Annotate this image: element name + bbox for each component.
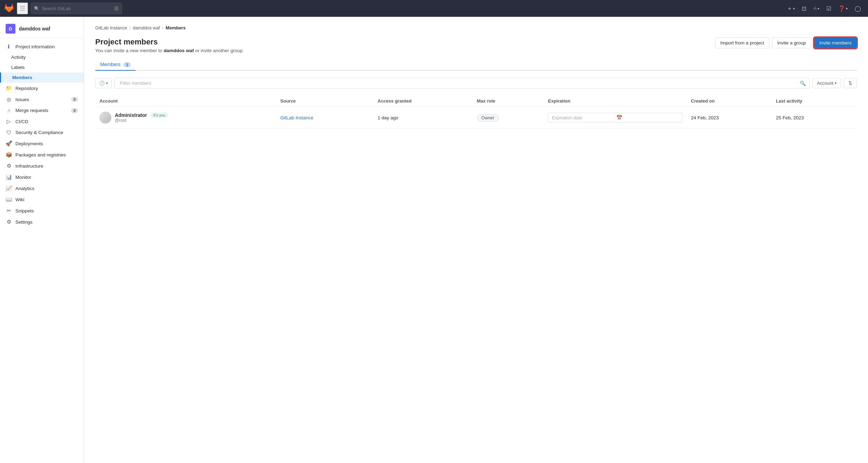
sort-order-button[interactable]: ⇅	[844, 78, 857, 88]
subtitle-after: or invite another group.	[194, 48, 244, 53]
col-account: Account	[95, 96, 276, 107]
sidebar-label-monitor: Monitor	[15, 175, 31, 180]
filter-search-icon: 🔍	[800, 80, 806, 86]
user-avatar-button[interactable]: ◯	[852, 4, 864, 13]
member-name-row: Administrator It's you	[115, 112, 168, 118]
sort-button[interactable]: Account ▾	[812, 78, 841, 88]
sidebar-item-activity[interactable]: Activity	[0, 52, 84, 62]
filter-search-wrap: 🔍	[114, 78, 810, 89]
sidebar-label-infrastructure: Infrastructure	[15, 163, 43, 169]
info-icon: ℹ	[6, 43, 12, 50]
filter-row: 🕐 ▾ 🔍 Account ▾ ⇅	[95, 78, 857, 89]
invite-group-button[interactable]: Invite a group	[772, 37, 811, 48]
filter-history-button[interactable]: 🕐 ▾	[95, 78, 112, 88]
infrastructure-icon: ⚙	[6, 163, 12, 169]
breadcrumb-sep-2: ›	[162, 25, 164, 30]
header-actions: Import from a project Invite a group Inv…	[715, 37, 857, 48]
sidebar-item-snippets[interactable]: ✂ Snippets	[0, 205, 84, 216]
its-you-badge: It's you	[151, 112, 168, 118]
merge-requests-badge: 0	[71, 108, 78, 113]
search-input[interactable]	[42, 6, 112, 11]
sidebar-item-merge-requests[interactable]: ⑃ Merge requests 0	[0, 105, 84, 116]
sidebar-item-analytics[interactable]: 📈 Analytics	[0, 183, 84, 194]
col-max-role: Max role	[473, 96, 544, 107]
page-subtitle: You can invite a new member to damddos w…	[95, 48, 244, 53]
search-icon: 🔍	[34, 6, 40, 11]
member-username: @root	[115, 118, 168, 123]
merge-requests-button[interactable]: ⑃ ▾	[811, 4, 822, 13]
sidebar-item-settings[interactable]: ⚙ Settings	[0, 216, 84, 227]
monitor-icon: 📊	[6, 174, 12, 180]
filter-members-input[interactable]	[118, 78, 800, 88]
breadcrumb-project[interactable]: damddos waf	[133, 25, 160, 30]
expiration-date-input[interactable]: Expiration date 📅	[548, 113, 682, 122]
project-name: damddos waf	[19, 26, 50, 31]
sidebar-label-labels: Labels	[11, 65, 25, 70]
col-created-on: Created on	[687, 96, 772, 107]
sidebar-item-deployments[interactable]: 🚀 Deployments	[0, 138, 84, 149]
main-content: GitLab Instance › damddos waf › Members …	[84, 17, 868, 463]
breadcrumb-current: Members	[166, 25, 186, 30]
sidebar-item-infrastructure[interactable]: ⚙ Infrastructure	[0, 160, 84, 171]
members-table: Account Source Access granted Max role E…	[95, 96, 857, 129]
tab-members[interactable]: Members 1	[95, 59, 136, 71]
sidebar-item-wiki[interactable]: 📖 Wiki	[0, 194, 84, 205]
page-header: Project members You can invite a new mem…	[95, 37, 857, 53]
avatar-img	[99, 112, 111, 124]
table-row: Administrator It's you @root GitLab Inst…	[95, 107, 857, 129]
sidebar-item-security-compliance[interactable]: 🛡 Security & Compliance	[0, 127, 84, 138]
sidebar: D damddos waf ℹ Project information Acti…	[0, 17, 84, 463]
sidebar-item-project-information[interactable]: ℹ Project information	[0, 41, 84, 52]
sidebar-label-wiki: Wiki	[15, 197, 25, 202]
sidebar-item-packages-registries[interactable]: 📦 Packages and registries	[0, 149, 84, 160]
history-caret: ▾	[106, 81, 108, 85]
hamburger-button[interactable]: ☰	[17, 2, 28, 14]
subtitle-before: You can invite a new member to	[95, 48, 164, 53]
sidebar-label-issues: Issues	[15, 97, 29, 102]
sidebar-item-monitor[interactable]: 📊 Monitor	[0, 171, 84, 183]
cell-max-role: Owner	[473, 107, 544, 129]
issues-icon: ◎	[6, 96, 12, 103]
col-access-granted: Access granted	[374, 96, 473, 107]
snippets-icon: ✂	[6, 208, 12, 214]
security-icon: 🛡	[6, 129, 12, 135]
profile-square-button[interactable]: ⊡	[799, 4, 809, 13]
plus-button[interactable]: ＋ ▾	[784, 3, 798, 14]
member-info: Administrator It's you @root	[99, 112, 272, 124]
analytics-icon: 📈	[6, 185, 12, 191]
table-body: Administrator It's you @root GitLab Inst…	[95, 107, 857, 129]
import-from-project-button[interactable]: Import from a project	[715, 37, 769, 48]
cell-expiration[interactable]: Expiration date 📅	[544, 107, 687, 129]
breadcrumb-gitlab-instance[interactable]: GitLab Instance	[95, 25, 127, 30]
sidebar-label-analytics: Analytics	[15, 186, 34, 191]
sidebar-item-repository[interactable]: 📁 Repository	[0, 83, 84, 94]
search-bar: 🔍 /	[31, 3, 122, 14]
help-button[interactable]: ❓ ▾	[835, 4, 850, 13]
issues-badge: 0	[71, 97, 78, 102]
merge-requests-icon: ⑃	[6, 107, 12, 113]
sidebar-item-issues[interactable]: ◎ Issues 0	[0, 94, 84, 105]
sidebar-label-project-information: Project information	[15, 44, 55, 49]
sidebar-label-activity: Activity	[11, 55, 26, 60]
sidebar-item-labels[interactable]: Labels	[0, 62, 84, 72]
member-details: Administrator It's you @root	[115, 112, 168, 123]
calendar-icon: 📅	[616, 115, 679, 120]
project-avatar: D	[6, 24, 15, 34]
col-last-activity: Last activity	[772, 96, 857, 107]
todo-button[interactable]: ☑	[824, 4, 834, 13]
sidebar-item-cicd[interactable]: ▷ CI/CD	[0, 116, 84, 127]
cell-created-on: 24 Feb, 2023	[687, 107, 772, 129]
source-link[interactable]: GitLab Instance	[280, 115, 314, 120]
sidebar-label-settings: Settings	[15, 219, 33, 225]
sidebar-label-members: Members	[12, 75, 32, 80]
sidebar-item-members[interactable]: Members	[0, 72, 84, 83]
sidebar-label-merge-requests: Merge requests	[15, 108, 48, 113]
invite-members-button[interactable]: Invite members	[814, 37, 857, 48]
table-header: Account Source Access granted Max role E…	[95, 96, 857, 107]
packages-icon: 📦	[6, 152, 12, 158]
sidebar-label-deployments: Deployments	[15, 141, 43, 146]
cell-account: Administrator It's you @root	[95, 107, 276, 129]
tabs: Members 1	[95, 59, 857, 71]
gitlab-logo[interactable]	[4, 3, 14, 13]
layout: D damddos waf ℹ Project information Acti…	[0, 17, 868, 463]
